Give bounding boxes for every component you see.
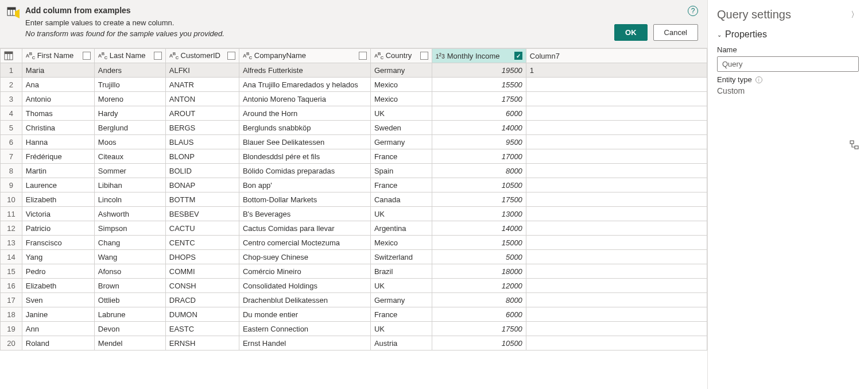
cell-monthly-income[interactable]: 17000 bbox=[432, 149, 526, 164]
cell-monthly-income[interactable]: 14000 bbox=[432, 121, 526, 135]
cell-new-column[interactable] bbox=[526, 164, 707, 178]
cell-first-name[interactable]: Victoria bbox=[22, 207, 94, 221]
table-row[interactable]: 19AnnDevonEASTCEastern ConnectionUK17500 bbox=[1, 322, 707, 336]
cell-company-name[interactable]: Ana Trujillo Emaredados y helados bbox=[239, 78, 370, 92]
cell-monthly-income[interactable]: 5000 bbox=[432, 250, 526, 264]
cell-company-name[interactable]: Bottom-Dollar Markets bbox=[239, 192, 370, 207]
col-checkbox[interactable] bbox=[359, 52, 367, 60]
table-row[interactable]: 2AnaTrujilloANATRAna Trujillo Emaredados… bbox=[1, 78, 707, 92]
cell-new-column[interactable] bbox=[526, 149, 707, 164]
cell-monthly-income[interactable]: 6000 bbox=[432, 307, 526, 322]
cell-monthly-income[interactable]: 9500 bbox=[432, 135, 526, 149]
cell-first-name[interactable]: Elizabeth bbox=[22, 192, 94, 207]
table-row[interactable]: 3AntonioMorenoANTONAntonio Moreno Taquer… bbox=[1, 92, 707, 106]
cell-new-column[interactable] bbox=[526, 178, 707, 192]
info-icon[interactable]: i bbox=[755, 76, 762, 83]
cell-monthly-income[interactable]: 19500 bbox=[432, 63, 526, 78]
table-row[interactable]: 6HannaMoosBLAUSBlauer See DelikatessenGe… bbox=[1, 135, 707, 149]
cell-monthly-income[interactable]: 10500 bbox=[432, 336, 526, 351]
cell-new-column[interactable] bbox=[526, 307, 707, 322]
cell-monthly-income[interactable]: 10500 bbox=[432, 178, 526, 192]
data-grid[interactable]: ABCFirst Name ABCLast Name ABCCustomerID… bbox=[0, 48, 707, 351]
cell-company-name[interactable]: B's Beverages bbox=[239, 207, 370, 221]
row-number[interactable]: 12 bbox=[1, 221, 22, 236]
cell-first-name[interactable]: Hanna bbox=[22, 135, 94, 149]
table-row[interactable]: 16ElizabethBrownCONSHConsolidated Holdin… bbox=[1, 279, 707, 293]
query-name-input[interactable] bbox=[717, 56, 859, 72]
cell-country[interactable]: Spain bbox=[370, 164, 432, 178]
cell-new-column[interactable] bbox=[526, 336, 707, 351]
col-checkbox[interactable] bbox=[154, 52, 162, 60]
cell-last-name[interactable]: Afonso bbox=[94, 264, 165, 279]
cell-company-name[interactable]: Chop-suey Chinese bbox=[239, 250, 370, 264]
cell-customer-id[interactable]: BERGS bbox=[165, 121, 239, 135]
cell-country[interactable]: UK bbox=[370, 322, 432, 336]
cell-customer-id[interactable]: ERNSH bbox=[165, 336, 239, 351]
cell-country[interactable]: UK bbox=[370, 207, 432, 221]
table-row[interactable]: 4ThomasHardyAROUTAround the HornUK6000 bbox=[1, 106, 707, 121]
row-number[interactable]: 8 bbox=[1, 164, 22, 178]
cell-country[interactable]: Canada bbox=[370, 192, 432, 207]
cell-new-column[interactable] bbox=[526, 121, 707, 135]
cell-company-name[interactable]: Consolidated Holdings bbox=[239, 279, 370, 293]
cell-last-name[interactable]: Citeaux bbox=[94, 149, 165, 164]
ok-button[interactable]: OK bbox=[614, 24, 648, 41]
cell-customer-id[interactable]: ANATR bbox=[165, 78, 239, 92]
cell-country[interactable]: Argentina bbox=[370, 221, 432, 236]
cell-customer-id[interactable]: CACTU bbox=[165, 221, 239, 236]
cell-company-name[interactable]: Antonio Moreno Taqueria bbox=[239, 92, 370, 106]
cell-company-name[interactable]: Blauer See Delikatessen bbox=[239, 135, 370, 149]
cell-country[interactable]: Mexico bbox=[370, 92, 432, 106]
cell-new-column[interactable] bbox=[526, 135, 707, 149]
cell-company-name[interactable]: Cactus Comidas para llevar bbox=[239, 221, 370, 236]
cell-first-name[interactable]: Franscisco bbox=[22, 236, 94, 250]
row-number[interactable]: 19 bbox=[1, 322, 22, 336]
table-row[interactable]: 12PatricioSimpsonCACTUCactus Comidas par… bbox=[1, 221, 707, 236]
cell-new-column[interactable] bbox=[526, 279, 707, 293]
table-row[interactable]: 20RolandMendelERNSHErnst HandelAustria10… bbox=[1, 336, 707, 351]
cell-monthly-income[interactable]: 17500 bbox=[432, 192, 526, 207]
cell-company-name[interactable]: Eastern Connection bbox=[239, 322, 370, 336]
cancel-button[interactable]: Cancel bbox=[653, 24, 698, 41]
cell-country[interactable]: UK bbox=[370, 106, 432, 121]
table-row[interactable]: 14YangWangDHOPSChop-suey ChineseSwitzerl… bbox=[1, 250, 707, 264]
cell-last-name[interactable]: Simpson bbox=[94, 221, 165, 236]
cell-monthly-income[interactable]: 17500 bbox=[432, 322, 526, 336]
cell-last-name[interactable]: Ashworth bbox=[94, 207, 165, 221]
row-number[interactable]: 18 bbox=[1, 307, 22, 322]
cell-country[interactable]: Mexico bbox=[370, 236, 432, 250]
col-checkbox-checked[interactable] bbox=[514, 52, 522, 60]
cell-first-name[interactable]: Janine bbox=[22, 307, 94, 322]
row-number[interactable]: 9 bbox=[1, 178, 22, 192]
properties-section-toggle[interactable]: ⌄ Properties bbox=[717, 29, 859, 40]
select-all-corner[interactable] bbox=[1, 49, 22, 63]
cell-country[interactable]: France bbox=[370, 149, 432, 164]
cell-customer-id[interactable]: ALFKI bbox=[165, 63, 239, 78]
cell-last-name[interactable]: Devon bbox=[94, 322, 165, 336]
cell-first-name[interactable]: Sven bbox=[22, 293, 94, 307]
cell-customer-id[interactable]: BOLID bbox=[165, 164, 239, 178]
cell-customer-id[interactable]: DHOPS bbox=[165, 250, 239, 264]
row-number[interactable]: 1 bbox=[1, 63, 22, 78]
cell-new-column[interactable] bbox=[526, 78, 707, 92]
table-row[interactable]: 13FransciscoChangCENTCCentro comercial M… bbox=[1, 236, 707, 250]
cell-last-name[interactable]: Libihan bbox=[94, 178, 165, 192]
cell-new-column[interactable] bbox=[526, 221, 707, 236]
table-row[interactable]: 9LaurenceLibihanBONAPBon app'France10500 bbox=[1, 178, 707, 192]
row-number[interactable]: 3 bbox=[1, 92, 22, 106]
row-number[interactable]: 2 bbox=[1, 78, 22, 92]
cell-last-name[interactable]: Wang bbox=[94, 250, 165, 264]
cell-country[interactable]: Brazil bbox=[370, 264, 432, 279]
cell-new-column[interactable] bbox=[526, 236, 707, 250]
cell-first-name[interactable]: Patricio bbox=[22, 221, 94, 236]
table-row[interactable]: 8MartinSommerBOLIDBólido Comidas prepara… bbox=[1, 164, 707, 178]
cell-company-name[interactable]: Alfreds Futterkiste bbox=[239, 63, 370, 78]
cell-company-name[interactable]: Du monde entier bbox=[239, 307, 370, 322]
col-header-monthly-income[interactable]: 123Monthly Income bbox=[432, 49, 526, 63]
cell-last-name[interactable]: Moreno bbox=[94, 92, 165, 106]
cell-customer-id[interactable]: BLONP bbox=[165, 149, 239, 164]
cell-first-name[interactable]: Elizabeth bbox=[22, 279, 94, 293]
cell-first-name[interactable]: Pedro bbox=[22, 264, 94, 279]
table-row[interactable]: 10ElizabethLincolnBOTTMBottom-Dollar Mar… bbox=[1, 192, 707, 207]
row-number[interactable]: 15 bbox=[1, 264, 22, 279]
